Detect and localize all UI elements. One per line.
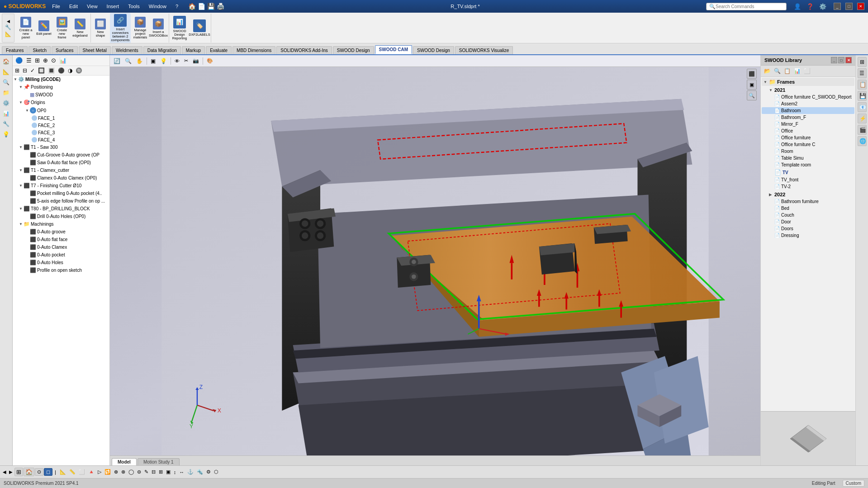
tree-toolbar-icon-14[interactable]: 🔘 bbox=[74, 67, 84, 74]
create-new-panel-btn[interactable]: 📄 Create a new panel bbox=[17, 16, 34, 41]
tree-item-face4[interactable]: FACE_4 bbox=[13, 136, 109, 143]
bt-icon-1[interactable]: ⊞ bbox=[14, 468, 23, 476]
far-right-icon-5[interactable]: 📧 bbox=[858, 102, 867, 112]
tree-item-t1saw[interactable]: ▼ ⬛ T1 - Saw 300 bbox=[13, 143, 109, 151]
bt-icon-14[interactable]: ◯ bbox=[127, 469, 135, 475]
motion-study-tab[interactable]: Motion Study 1 bbox=[138, 458, 180, 465]
new-edgeband-btn[interactable]: 📏 New edgeband bbox=[71, 18, 89, 39]
bt-icon-11[interactable]: 🔁 bbox=[103, 469, 112, 475]
user-icon[interactable]: 👤 bbox=[794, 3, 801, 10]
tree-item-t80drilling[interactable]: ▼ ⬛ T80 - BP_DRILLING_BLOCK bbox=[13, 205, 109, 213]
vp-appearance-icon[interactable]: 🎨 bbox=[205, 57, 215, 65]
tree-toolbar-icon-7[interactable]: ⊞ bbox=[14, 67, 21, 74]
lib-item-office[interactable]: 📄 Office bbox=[762, 128, 854, 134]
lib-item-door[interactable]: 📄 Door bbox=[762, 218, 854, 225]
expand-op0[interactable]: ▼ bbox=[25, 109, 30, 113]
lib-restore-btn[interactable]: □ bbox=[838, 57, 844, 63]
lib-item-office-c[interactable]: 📄 Office furniture C_SWOOD_Report bbox=[762, 94, 854, 100]
tree-toolbar-icon-5[interactable]: ⊙ bbox=[50, 57, 57, 64]
bt-scroll-left[interactable]: ◀ bbox=[2, 469, 7, 475]
tree-toolbar-icon-10[interactable]: 🔲 bbox=[37, 67, 46, 74]
lib-item-bathroom-f[interactable]: 📄 Bathroom_F bbox=[762, 114, 854, 121]
toolbar-home-icon[interactable]: 🏠 bbox=[188, 3, 196, 10]
tab-evaluate[interactable]: Evaluate bbox=[206, 46, 232, 54]
lib-item-assem2[interactable]: 📄 Assem2 bbox=[762, 100, 854, 107]
search-input[interactable] bbox=[716, 4, 783, 9]
bt-icon-8[interactable]: ⬜ bbox=[77, 469, 86, 475]
settings-icon[interactable]: ⚙️ bbox=[819, 3, 826, 10]
tree-item-swood[interactable]: ▦ SWOOD bbox=[13, 91, 109, 99]
lib-item-bathroom[interactable]: 📄 Bathroom bbox=[762, 107, 854, 114]
bt-icon-25[interactable]: ⬡ bbox=[213, 469, 220, 475]
bt-icon-7[interactable]: 📏 bbox=[68, 469, 77, 475]
new-shape-btn[interactable]: ⬜ New shape bbox=[92, 18, 109, 39]
far-right-icon-2[interactable]: ☰ bbox=[858, 68, 867, 78]
bt-icon-16[interactable]: ✎ bbox=[143, 469, 150, 475]
tab-swood-cam[interactable]: SWOOD CAM bbox=[375, 45, 412, 54]
expand-t1saw[interactable]: ▼ bbox=[19, 145, 24, 149]
bt-icon-10[interactable]: ▷ bbox=[96, 469, 103, 475]
far-right-icon-6[interactable]: ⚡ bbox=[858, 114, 867, 123]
tree-item-t1clamex[interactable]: ▼ ⬛ T1 - Clamex_cutter bbox=[13, 166, 109, 174]
tree-toolbar-icon-13[interactable]: ◑ bbox=[66, 67, 74, 74]
menu-edit[interactable]: Edit bbox=[66, 4, 81, 9]
bt-icon-13[interactable]: ⊗ bbox=[120, 469, 127, 475]
expand-positioning[interactable]: ▼ bbox=[19, 85, 24, 89]
expand-milling[interactable]: ▼ bbox=[14, 77, 18, 81]
tree-item-face3[interactable]: FACE_3 bbox=[13, 129, 109, 136]
vp-zoom-icon[interactable]: 🔍 bbox=[123, 57, 133, 65]
bt-icon-9[interactable]: 🔺 bbox=[87, 469, 96, 475]
bt-icon-12[interactable]: ⊕ bbox=[113, 469, 119, 475]
view-box-icon[interactable]: ⬛ bbox=[747, 69, 757, 79]
menu-window[interactable]: Window bbox=[146, 4, 169, 9]
tree-item-autoclamex[interactable]: ⬛ 0-Auto Clamex bbox=[13, 243, 109, 251]
toolbar-print-icon[interactable]: 🖨️ bbox=[217, 3, 224, 10]
bt-icon-24[interactable]: ⚙ bbox=[205, 469, 212, 475]
tree-toolbar-icon-2[interactable]: ☰ bbox=[25, 57, 33, 64]
lib-item-dressing[interactable]: 📄 Dressing bbox=[762, 232, 854, 239]
tree-item-milling[interactable]: ▼ ⚙️ Milling (GCODE) bbox=[13, 76, 109, 83]
far-right-icon-8[interactable]: 🌐 bbox=[858, 136, 867, 146]
lib-item-template-room[interactable]: 📄 Template room bbox=[762, 161, 854, 168]
tab-swood-design1[interactable]: SWOOD Design bbox=[333, 46, 374, 54]
tree-toolbar-icon-6[interactable]: 📊 bbox=[58, 57, 68, 64]
tree-toolbar-icon-9[interactable]: ✓ bbox=[29, 67, 36, 74]
tree-item-cutgroove[interactable]: ⬛ Cut-Groove 0-Auto groove (OP bbox=[13, 151, 109, 159]
left-panel-icon-4[interactable]: 📁 bbox=[1, 88, 11, 97]
bt-icon-21[interactable]: ↔ bbox=[178, 469, 185, 475]
lib-item-table-simu[interactable]: 📄 Table Simu bbox=[762, 155, 854, 161]
far-right-icon-1[interactable]: ⊞ bbox=[858, 57, 867, 67]
view-zoom-in-icon[interactable]: 🔍 bbox=[747, 90, 757, 100]
bt-icon-3[interactable]: ⊙ bbox=[35, 468, 43, 476]
tab-sketch[interactable]: Sketch bbox=[28, 46, 51, 54]
restore-btn[interactable]: □ bbox=[845, 3, 853, 10]
left-panel-icon-1[interactable]: 🏠 bbox=[1, 57, 11, 66]
bt-icon-20[interactable]: ↕ bbox=[172, 469, 178, 475]
left-panel-icon-7[interactable]: 🔧 bbox=[1, 119, 11, 128]
tree-item-t7finishing[interactable]: ▼ ⬛ T7 - Finishing Cutter Ø10 bbox=[13, 182, 109, 190]
bt-icon-2[interactable]: 🏠 bbox=[24, 468, 34, 476]
menu-tools[interactable]: Tools bbox=[125, 4, 142, 9]
menu-insert[interactable]: Insert bbox=[104, 4, 122, 9]
tab-features[interactable]: Features bbox=[2, 46, 28, 54]
viewport[interactable]: 🔄 🔍 ✋ ▣ 💡 👁 ✂ 📷 🎨 bbox=[110, 55, 760, 465]
tree-item-5axis[interactable]: ⬛ 5-axis edge follow Profile on op ... bbox=[13, 197, 109, 205]
lib-close-btn[interactable]: ✕ bbox=[845, 57, 852, 63]
lib-item-couch[interactable]: 📄 Couch bbox=[762, 212, 854, 218]
expand-origins[interactable]: ▼ bbox=[19, 100, 24, 104]
panel-icon-2[interactable]: 📐 bbox=[5, 31, 11, 37]
tree-toolbar-icon-8[interactable]: ⊟ bbox=[21, 67, 28, 74]
vp-section-icon[interactable]: ✂ bbox=[182, 57, 190, 65]
vp-rotate-icon[interactable]: 🔄 bbox=[112, 57, 122, 65]
lib-icon-4[interactable]: 📊 bbox=[792, 66, 802, 76]
help-icon[interactable]: ❓ bbox=[806, 3, 814, 10]
left-panel-icon-8[interactable]: 💡 bbox=[1, 130, 11, 139]
lib-icon-1[interactable]: 📂 bbox=[763, 66, 772, 76]
view-front-icon[interactable]: ▣ bbox=[747, 80, 757, 90]
lib-item-tv-2[interactable]: 📄 TV-2 bbox=[762, 183, 854, 190]
left-panel-icon-5[interactable]: ⚙️ bbox=[1, 99, 11, 108]
lib-item-bed[interactable]: 📄 Bed bbox=[762, 205, 854, 212]
insert-swoodbox-btn[interactable]: 📦 Insert a SWOODBox bbox=[150, 18, 167, 39]
menu-help[interactable]: ? bbox=[173, 4, 181, 9]
far-right-icon-7[interactable]: 🎬 bbox=[858, 125, 867, 135]
